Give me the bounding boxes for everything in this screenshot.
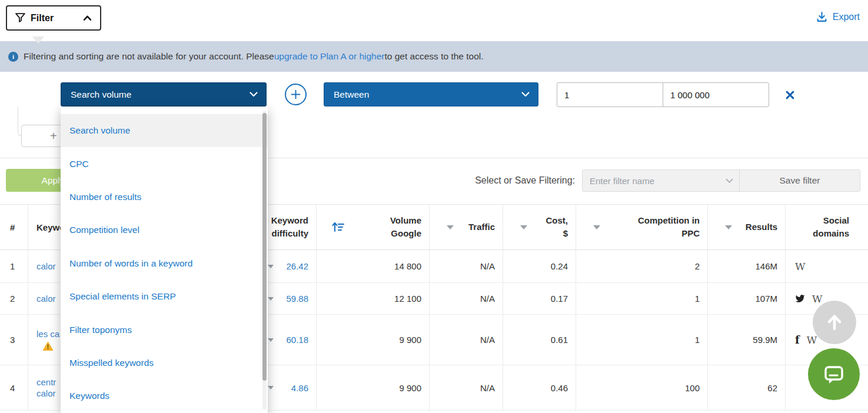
keyword-link[interactable]: centr: [36, 377, 56, 387]
save-filter-label: Save filter: [780, 175, 820, 186]
field-select[interactable]: Search volume: [61, 82, 267, 106]
traffic-cell: N/A: [430, 250, 503, 282]
sort-amount-icon: [331, 221, 345, 234]
volume-cell: 12 100: [317, 283, 430, 314]
results-cell: 62: [708, 365, 786, 410]
row-expand-chevron-icon[interactable]: [268, 386, 274, 389]
funnel-icon: [15, 13, 25, 23]
plus-circle-icon: [291, 89, 301, 99]
dropdown-option-special-elements-serp[interactable]: Special elements in SERP: [61, 280, 268, 313]
keyword-link[interactable]: calor: [36, 261, 56, 271]
row-expand-chevron-icon[interactable]: [268, 265, 274, 268]
sort-chevron-icon: [447, 225, 454, 229]
chevron-down-icon: [726, 178, 733, 184]
results-cell: 59.9M: [708, 315, 786, 365]
chat-button[interactable]: [808, 348, 860, 400]
dropdown-option-number-of-words[interactable]: Number of words in a keyword: [61, 247, 268, 280]
volume-cell: 9 900: [317, 365, 430, 410]
difficulty-cell: 59.88: [268, 283, 317, 314]
chevron-down-icon: [521, 92, 530, 97]
dropdown-option-number-of-results[interactable]: Number of results: [61, 181, 268, 214]
social-cell: W: [786, 250, 868, 282]
export-button[interactable]: Export: [816, 11, 860, 23]
operator-select[interactable]: Between: [324, 82, 538, 106]
dropdown-option-keywords[interactable]: Keywords: [61, 379, 268, 412]
header-results[interactable]: Results: [708, 205, 786, 249]
header-num: #: [0, 205, 28, 249]
row-number: 2: [0, 283, 28, 314]
range-to-input[interactable]: [663, 82, 769, 107]
traffic-cell: N/A: [430, 315, 503, 365]
field-select-value: Search volume: [71, 89, 250, 100]
save-filter-button[interactable]: Save filter: [739, 169, 860, 192]
difficulty-cell: 4.86: [268, 365, 317, 410]
keyword-link[interactable]: calor: [36, 294, 56, 304]
header-competition[interactable]: Competition in PPC: [576, 205, 708, 249]
sort-chevron-icon: [725, 225, 732, 229]
download-icon: [816, 11, 828, 23]
upgrade-link[interactable]: upgrade to Plan A or higher: [274, 51, 385, 62]
save-filtering-area: Select or Save Filtering: Save filter: [475, 169, 860, 192]
chevron-down-icon: [250, 92, 258, 97]
header-traffic[interactable]: Traffic: [430, 205, 503, 249]
banner-text-prefix: Filtering and sorting are not available …: [24, 51, 274, 62]
banner-text-suffix: to get access to the tool.: [385, 51, 484, 62]
results-cell: 146M: [708, 250, 786, 282]
dropdown-scrollbar-thumb[interactable]: [262, 113, 267, 381]
difficulty-cell: 60.18: [268, 315, 317, 365]
remove-condition-button[interactable]: [783, 88, 796, 101]
close-icon: [786, 91, 794, 99]
header-difficulty: Keyword difficulty: [268, 205, 317, 249]
difficulty-value[interactable]: 4.86: [291, 383, 308, 393]
plus-label: +: [50, 129, 57, 143]
warning-icon: [42, 341, 54, 351]
facebook-icon: f: [795, 334, 800, 346]
dropdown-option-search-volume[interactable]: Search volume: [61, 114, 268, 147]
row-expand-chevron-icon[interactable]: [268, 338, 274, 342]
filter-popover-pointer: [32, 36, 44, 44]
filter-button-label: Filter: [31, 13, 78, 24]
row-number: 1: [0, 250, 28, 282]
difficulty-value[interactable]: 59.88: [286, 294, 308, 304]
difficulty-value[interactable]: 26.42: [286, 261, 308, 271]
twitter-icon: [795, 294, 805, 303]
scroll-top-button[interactable]: [813, 301, 856, 344]
cost-cell: 0.46: [503, 365, 576, 410]
header-social: Social domains: [786, 205, 868, 249]
wikipedia-icon: W: [812, 293, 822, 305]
dropdown-option-misspelled-keywords[interactable]: Misspelled keywords: [61, 347, 268, 379]
filter-name-combobox[interactable]: [582, 169, 740, 192]
header-volume[interactable]: Volume Google: [317, 205, 430, 249]
keyword-link[interactable]: les ca: [36, 329, 59, 339]
chevron-up-icon: [83, 15, 92, 21]
info-icon: i: [8, 52, 18, 62]
volume-cell: 9 900: [317, 315, 430, 365]
header-cost[interactable]: Cost, $: [503, 205, 576, 249]
difficulty-value[interactable]: 60.18: [286, 335, 308, 345]
row-number: 4: [0, 365, 28, 410]
app-root: Filter Export i Filtering and sorting ar…: [0, 0, 868, 413]
row-expand-chevron-icon[interactable]: [268, 297, 274, 301]
sort-chevron-icon: [520, 225, 527, 229]
cost-cell: 0.24: [503, 250, 576, 282]
range-from-input[interactable]: [557, 82, 663, 107]
dropdown-option-cpc[interactable]: CPC: [61, 147, 268, 180]
cost-cell: 0.61: [503, 315, 576, 365]
competition-cell: 100: [576, 365, 708, 410]
competition-cell: 1: [576, 315, 708, 365]
range-inputs: [557, 82, 769, 107]
competition-cell: 2: [576, 250, 708, 282]
dropdown-option-competition-level[interactable]: Competition level: [61, 214, 268, 247]
filter-name-input[interactable]: [583, 176, 726, 186]
volume-cell: 14 800: [317, 250, 430, 282]
dropdown-option-filter-toponyms[interactable]: Filter toponyms: [61, 313, 268, 346]
keyword-link[interactable]: calor: [36, 388, 56, 398]
add-filter-button[interactable]: [285, 84, 307, 105]
competition-cell: 1: [576, 283, 708, 314]
up-arrow-icon: [826, 313, 843, 332]
wikipedia-icon: W: [807, 334, 817, 346]
sort-chevron-icon: [593, 225, 600, 229]
field-dropdown-menu: Search volume CPC Number of results Comp…: [61, 107, 268, 413]
chat-bubble-icon: [822, 362, 846, 387]
filter-toggle-button[interactable]: Filter: [6, 5, 101, 31]
